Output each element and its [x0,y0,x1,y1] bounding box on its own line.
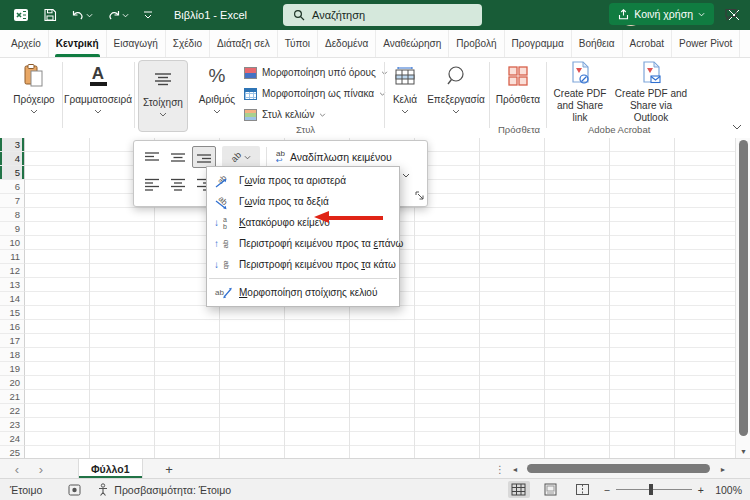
row-header[interactable]: 19 [0,362,25,376]
create-pdf-share-link-button[interactable]: Create PDF and Share link [549,60,611,124]
style-button[interactable]: Στυλ κελιών [244,104,388,125]
save-icon[interactable] [38,2,62,28]
align-bottom-button[interactable] [192,146,216,168]
scroll-down-icon[interactable]: ▼ [736,448,750,455]
menu-item-angle-clockwise[interactable]: ab Γωνία προς τα δεξιά [207,191,399,212]
customize-qat-icon[interactable] [138,2,158,28]
style-button[interactable]: Μορφοποίηση υπό όρους [244,62,388,83]
menu-item-angle-counterclockwise[interactable]: ab Γωνία προς τα αριστερά [207,170,399,191]
menu-item-format-cell-alignment[interactable]: ab Μορφοποίηση στοίχισης κελιού [207,282,399,303]
zoom-level[interactable]: 100% [710,484,742,496]
dialog-launcher-icon[interactable] [413,189,426,202]
ribbon-group-cells[interactable]: Κελιά [386,60,424,114]
row-header[interactable]: 22 [0,404,25,418]
ribbon-group-editing[interactable]: Επεξεργασία [426,60,486,114]
ribbon-tab[interactable]: Βοήθεια [572,30,623,57]
ribbon-tab[interactable]: Κεντρική [49,30,107,57]
row-header[interactable]: 21 [0,390,25,404]
merge-dropdown-icon[interactable] [402,173,410,178]
ribbon-group-alignment[interactable]: Στοίχηση [138,60,188,132]
macro-record-icon[interactable] [68,484,81,496]
row-header[interactable]: 24 [0,432,25,446]
ribbon-tab[interactable]: Σχέδιο [166,30,210,57]
clipboard-label: Πρόχειρο [13,94,54,105]
add-sheet-button[interactable]: + [158,459,180,479]
ribbon-tab[interactable]: Εισαγωγή [107,30,166,57]
ribbon-group-font[interactable]: A Γραμματοσειρά [64,60,132,114]
style-button[interactable]: Μορφοποίηση ως πίνακα [244,83,388,104]
comments-icon[interactable] [718,4,744,24]
chevron-down-icon [319,113,326,117]
redo-button[interactable] [102,2,134,28]
ribbon-tab[interactable]: Acrobat [623,30,672,57]
zoom-in-button[interactable]: + [698,484,704,496]
ribbon-tab[interactable]: Διάταξη σελ [210,30,278,57]
collapse-ribbon-button[interactable] [732,124,742,130]
align-top-button[interactable] [140,146,164,168]
ribbon-tab[interactable]: Αναθεώρηση [376,30,449,57]
orientation-button[interactable]: ab [222,146,260,168]
status-bar-right: − + 100% [508,481,742,498]
wrap-text-button[interactable]: ab↩ Αναδίπλωση κειμένου [272,146,396,168]
align-middle-button[interactable] [166,146,190,168]
ribbon-group-number[interactable]: % Αριθμός [192,60,242,114]
row-header[interactable]: 12 [0,264,25,278]
zoom-slider[interactable] [616,484,692,495]
vertical-scrollbar[interactable]: ▼ [735,138,750,458]
scroll-left-icon[interactable]: ◄ [508,459,522,479]
scroll-right-icon[interactable]: ► [716,459,730,479]
row-header[interactable]: 23 [0,418,25,432]
sheet-tab[interactable]: Φύλλο1 [78,459,143,478]
row-header[interactable]: 7 [0,194,25,208]
page-break-view-button[interactable] [572,481,594,498]
row-header[interactable]: 16 [0,320,25,334]
ribbon-tab[interactable]: Δεδομένα [318,30,376,57]
row-header[interactable]: 20 [0,376,25,390]
row-header[interactable]: 3 [0,138,25,152]
menu-item-rotate-text-down[interactable]: ↓ ab Περιστροφή κειμένου προς τα κάτω [207,254,399,275]
row-header[interactable]: 11 [0,250,25,264]
row-header[interactable]: 17 [0,334,25,348]
ribbon-group-clipboard[interactable]: Πρόχειρο [6,60,62,114]
row-header[interactable]: 6 [0,180,25,194]
previous-sheet-icon[interactable]: ‹ [6,459,28,479]
row-header[interactable]: 15 [0,306,25,320]
zoom-out-button[interactable]: − [604,484,610,496]
row-header[interactable]: 18 [0,348,25,362]
undo-dropdown-icon[interactable] [86,13,93,18]
row-header[interactable]: 8 [0,208,25,222]
undo-button[interactable] [66,2,98,28]
row-header[interactable]: 5 [0,166,25,180]
zoom-slider-thumb[interactable] [649,484,653,495]
ribbon-tab[interactable]: Αρχείο [4,30,49,57]
scrollbar-grip-icon[interactable]: ⋮ [494,459,506,479]
row-header[interactable]: 10 [0,236,25,250]
group-divider [546,62,547,128]
row-header[interactable]: 4 [0,152,25,166]
ribbon-tab[interactable]: Προβολή [449,30,504,57]
ribbon-tab[interactable]: Προγραμμα [505,30,572,57]
ribbon-tab[interactable]: Power Pivot [672,30,740,57]
align-center-button[interactable] [166,173,190,195]
horizontal-scrollbar-thumb[interactable] [527,464,710,473]
row-header[interactable]: 9 [0,222,25,236]
menu-item-rotate-text-up[interactable]: ↑ ab Περιστροφή κειμένου προς τα επάνω [207,233,399,254]
annotation-arrow-tail [328,216,383,220]
page-layout-view-button[interactable] [540,481,562,498]
normal-view-button[interactable] [508,481,530,498]
align-left-button[interactable] [140,173,164,195]
accessibility-status[interactable]: Προσβασιμότητα: Έτοιμο [97,483,231,496]
excel-app-icon[interactable] [8,2,34,28]
next-sheet-icon[interactable]: › [30,459,52,479]
redo-dropdown-icon[interactable] [122,13,129,18]
styles-group-label: Στυλ [296,124,315,135]
create-pdf-outlook-button[interactable]: Create PDF and Share via Outlook [613,60,689,124]
row-header[interactable]: 14 [0,292,25,306]
search-input[interactable]: Αναζήτηση [283,4,482,26]
row-header[interactable]: 13 [0,278,25,292]
share-button[interactable]: Κοινή χρήση [609,3,714,25]
ribbon-tab[interactable]: Τύποι [278,30,318,57]
vertical-scrollbar-thumb[interactable] [739,140,748,436]
addins-button[interactable]: Πρόσθετα [492,60,544,105]
horizontal-scrollbar[interactable] [525,464,715,474]
